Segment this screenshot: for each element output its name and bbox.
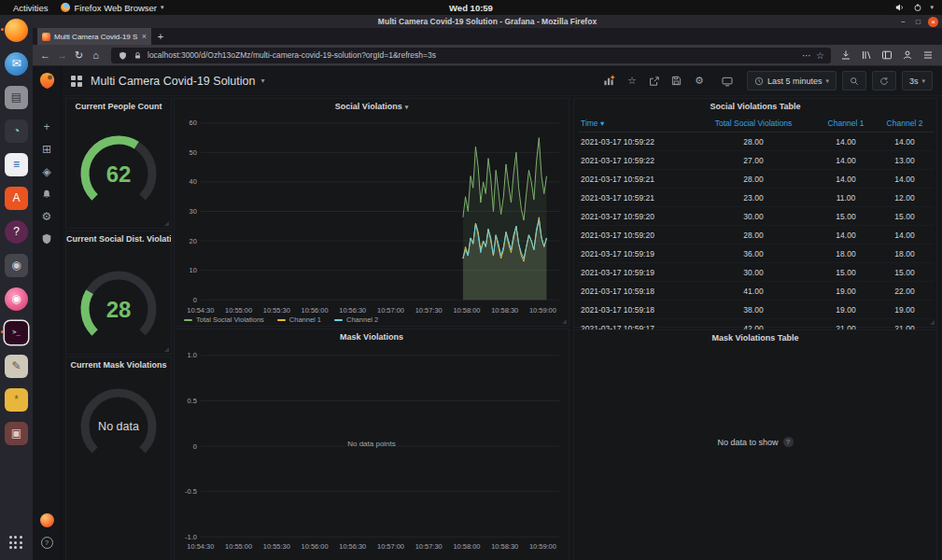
- legend-item[interactable]: Channel 1: [277, 315, 321, 324]
- star-icon[interactable]: ☆: [624, 74, 640, 89]
- close-button[interactable]: ×: [928, 17, 938, 27]
- share-icon[interactable]: [646, 74, 663, 89]
- svg-text:No data: No data: [98, 420, 139, 433]
- minimize-button[interactable]: −: [898, 17, 908, 27]
- panel-title[interactable]: Current Mask Violations: [66, 357, 171, 372]
- table-row[interactable]: 2021-03-17 10:59:2030.0015.0015.00: [579, 207, 934, 226]
- create-icon[interactable]: +: [40, 120, 53, 133]
- dock-item-thunderbird[interactable]: ✉: [0, 50, 33, 77]
- cell-value: 14.00: [876, 226, 934, 245]
- svg-text:0.5: 0.5: [188, 397, 197, 405]
- table-row[interactable]: 2021-03-17 10:59:1930.0015.0015.00: [579, 263, 934, 282]
- table-row[interactable]: 2021-03-17 10:59:2123.0011.0012.00: [579, 189, 934, 207]
- table-row[interactable]: 2021-03-17 10:59:2227.0014.0013.00: [579, 151, 934, 170]
- server-admin-shield-icon[interactable]: [40, 232, 53, 245]
- url-bar[interactable]: localhost:3000/d/Ozh13oZMz/multi-camera-…: [111, 48, 831, 63]
- cell-value: 15.00: [876, 207, 934, 226]
- dock-item-files[interactable]: ▤: [0, 84, 33, 110]
- sidebar-icon[interactable]: [880, 49, 893, 62]
- chevron-down-icon[interactable]: ▾: [260, 77, 264, 85]
- panel-title[interactable]: Mask Violations Table: [574, 330, 936, 345]
- column-header[interactable]: Channel 1: [816, 116, 876, 133]
- panel-title[interactable]: Social Violations Table: [574, 99, 936, 114]
- shield-icon[interactable]: [118, 50, 128, 61]
- dock-item-terminal[interactable]: >_: [0, 319, 33, 345]
- lock-icon[interactable]: [133, 50, 143, 61]
- column-header[interactable]: Channel 2: [876, 116, 934, 133]
- text-editor-icon: ✎: [5, 355, 28, 378]
- configuration-gear-icon[interactable]: ⚙: [40, 210, 53, 223]
- dock-item-help[interactable]: ?: [0, 218, 33, 245]
- app-menu-button[interactable]: Firefox Web Browser ▾: [55, 3, 169, 13]
- column-header[interactable]: Time ▾: [579, 116, 691, 133]
- legend-item[interactable]: Channel 2: [334, 315, 378, 324]
- table-row[interactable]: 2021-03-17 10:59:1841.0019.0022.00: [579, 282, 934, 301]
- panel-title[interactable]: Social Violations▾: [175, 99, 569, 114]
- account-icon[interactable]: [901, 49, 913, 62]
- cell-value: 18.00: [816, 245, 876, 263]
- grafana-logo[interactable]: [38, 72, 56, 90]
- table-row[interactable]: 2021-03-17 10:59:1838.0019.0019.00: [579, 301, 934, 319]
- power-icon[interactable]: [912, 3, 922, 13]
- cycle-view-tv-icon[interactable]: [719, 74, 736, 89]
- add-panel-button[interactable]: [601, 74, 618, 89]
- show-applications-button[interactable]: [9, 536, 24, 551]
- social-violations-table[interactable]: Time ▾Total Social ViolationsChannel 1Ch…: [579, 116, 934, 338]
- window-titlebar[interactable]: Multi Camera Covid-19 Solution - Grafana…: [33, 15, 942, 28]
- home-button[interactable]: ⌂: [89, 49, 103, 63]
- panel-title[interactable]: Current People Count: [66, 99, 171, 114]
- dock-item-sticky-notes[interactable]: *: [0, 386, 33, 413]
- forward-button[interactable]: →: [55, 49, 69, 63]
- dock-item-cheese[interactable]: ◉: [0, 286, 33, 312]
- table-row[interactable]: 2021-03-17 10:59:1936.0018.0018.00: [579, 245, 934, 263]
- table-row[interactable]: 2021-03-17 10:59:2128.0014.0014.00: [579, 170, 934, 189]
- refresh-button[interactable]: [872, 71, 896, 91]
- dashboard-title[interactable]: Multi Camera Covid-19 Solution: [91, 75, 255, 88]
- settings-gear-icon[interactable]: ⚙: [691, 74, 708, 89]
- dock-item-text-editor[interactable]: ✎: [0, 353, 33, 379]
- info-icon[interactable]: ?: [783, 437, 794, 447]
- chevron-down-icon[interactable]: ▾: [930, 4, 934, 11]
- dock-item-libreoffice-writer[interactable]: ≡: [0, 151, 33, 177]
- dock-item-ubuntu-software[interactable]: A: [0, 185, 33, 211]
- library-icon[interactable]: [860, 49, 872, 62]
- help-icon[interactable]: ?: [41, 537, 53, 549]
- bookmark-star-icon[interactable]: ☆: [816, 50, 824, 61]
- explore-icon[interactable]: ◈: [40, 165, 53, 178]
- dock-item-image-viewer[interactable]: ▣: [0, 420, 33, 446]
- activities-button[interactable]: Activities: [7, 3, 53, 13]
- panel-title[interactable]: Current Social Dist. Violatio...: [66, 231, 171, 246]
- page-actions-icon[interactable]: ⋯: [802, 50, 811, 61]
- reload-button[interactable]: ↻: [72, 49, 86, 63]
- volume-icon[interactable]: [894, 3, 905, 13]
- table-row[interactable]: 2021-03-17 10:59:2028.0014.0014.00: [579, 226, 934, 245]
- menu-icon[interactable]: [921, 49, 934, 62]
- svg-text:30: 30: [190, 207, 197, 216]
- dock-item-firefox[interactable]: [0, 17, 33, 43]
- new-tab-button[interactable]: +: [151, 28, 170, 45]
- zoom-out-button[interactable]: [842, 71, 866, 91]
- table-body: 2021-03-17 10:59:2228.0014.0014.002021-0…: [579, 133, 934, 338]
- firefox-window: Multi Camera Covid-19 Solution - Grafana…: [33, 15, 942, 560]
- save-icon[interactable]: [668, 74, 685, 89]
- cell-time: 2021-03-17 10:59:21: [579, 170, 691, 189]
- social-violations-chart[interactable]: 010203040506010:54:3010:55:0010:55:3010:…: [175, 99, 569, 326]
- dashboards-icon[interactable]: ⊞: [40, 143, 53, 156]
- table-row[interactable]: 2021-03-17 10:59:2228.0014.0014.00: [579, 133, 934, 151]
- system-tray[interactable]: ▾: [894, 3, 942, 13]
- dock-item-screenshot-tool[interactable]: ◉: [0, 252, 33, 278]
- browser-tab[interactable]: Multi Camera Covid-19 S ×: [37, 28, 151, 45]
- panel-title[interactable]: Mask Violations: [175, 329, 569, 344]
- column-header[interactable]: Total Social Violations: [691, 116, 816, 133]
- back-button[interactable]: ←: [38, 49, 52, 63]
- dock-items: ✉▤◔≡A?◉◉>_✎*▣: [0, 17, 33, 454]
- refresh-interval-dropdown[interactable]: 3s ▾: [902, 71, 933, 91]
- alerting-bell-icon[interactable]: [40, 188, 53, 201]
- dock-item-media-player[interactable]: ◔: [0, 118, 33, 144]
- legend-item[interactable]: Total Social Violations: [184, 315, 264, 324]
- maximize-button[interactable]: □: [913, 17, 923, 27]
- user-avatar[interactable]: [40, 513, 54, 527]
- time-range-picker[interactable]: Last 5 minutes ▾: [747, 71, 837, 91]
- download-icon[interactable]: [839, 49, 851, 62]
- tab-close-icon[interactable]: ×: [142, 32, 147, 41]
